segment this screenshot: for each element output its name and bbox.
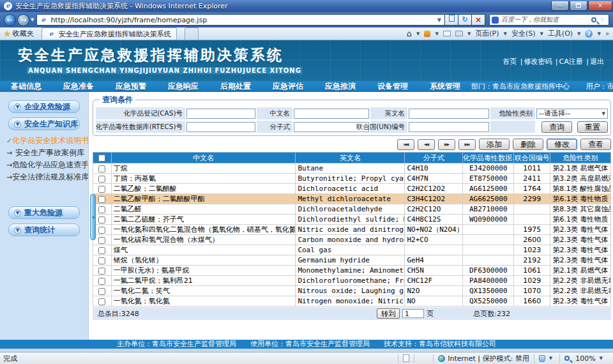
row-checkbox[interactable] (98, 237, 105, 244)
sidebar-item[interactable]: → 危险化学品应急速查手... (6, 159, 88, 171)
rtecs-input[interactable] (186, 122, 255, 132)
zoom-control[interactable]: 100% ▼ (559, 354, 610, 363)
stop-button[interactable]: × (472, 14, 485, 26)
sidebar-group-query-stats[interactable]: ▼ 查询统计 (8, 224, 80, 236)
table-row[interactable]: 丁烷 Butane C4H10 EJ4200000 1011 第2.1类 易燃气… (93, 163, 611, 174)
modify-button[interactable]: 修改 (547, 139, 577, 150)
select-all-checkbox[interactable] (98, 155, 105, 162)
sidebar-item[interactable]: ✓ 化学品安全技术说明书 (6, 135, 88, 147)
nav-item[interactable]: 系统管理 (419, 81, 471, 92)
prev-page-button[interactable]: ◀◀ (418, 139, 435, 150)
home-dropdown-icon[interactable]: ▼ (416, 31, 420, 36)
print-dropdown-icon[interactable]: ▼ (467, 31, 471, 36)
add-button[interactable]: 添加 (479, 139, 510, 150)
delete-button[interactable]: 删除 (513, 139, 543, 150)
top-link[interactable]: 首页 (503, 57, 517, 66)
mail-icon[interactable] (443, 31, 451, 36)
zoom-dropdown-icon[interactable]: ▼ (600, 356, 603, 361)
row-checkbox[interactable] (98, 227, 105, 234)
top-link[interactable]: CA注册 (552, 57, 582, 66)
row-checkbox[interactable] (98, 247, 105, 254)
table-row[interactable]: 二氯乙醛 Dichloroacetaldehyde C2H2C12O AB271… (93, 204, 611, 215)
table-row[interactable]: 一氧化二氮；笑气 Nitrous oxide; Laughing gas N2O… (93, 286, 611, 296)
row-checkbox[interactable] (98, 206, 105, 213)
cas-input[interactable] (186, 109, 255, 119)
table-row[interactable]: 二氯乙酸甲酯；二氯醋酸甲酯 Methyl dichloroacetate C3H… (93, 194, 611, 204)
last-page-button[interactable]: ▶▶| (458, 139, 476, 150)
forward-button[interactable]: → (17, 14, 29, 26)
nav-item[interactable]: 应急预警 (105, 81, 157, 92)
close-button[interactable]: × (588, 1, 612, 11)
search-dropdown-icon[interactable]: ▼ (601, 17, 604, 22)
goto-page-button[interactable]: 转到 (377, 308, 400, 319)
print-icon[interactable] (455, 31, 463, 36)
compatibility-status-icon[interactable] (539, 355, 545, 362)
hazard-class-select[interactable]: --请选择-- ▼ (536, 109, 608, 119)
new-tab-button[interactable] (185, 27, 199, 40)
top-link[interactable]: 修改密码 (517, 57, 552, 66)
sidebar-item[interactable]: → 安全法律法规及标准库 (6, 171, 88, 183)
table-row[interactable]: 丁腈；丙基氰 Butyronitrile; Propyl cyanide C4H… (93, 174, 611, 184)
status-dropdown-icon[interactable]: ▼ (549, 356, 552, 361)
nav-item[interactable]: 应急响应 (157, 81, 209, 92)
row-checkbox[interactable] (98, 288, 105, 295)
tools-menu[interactable]: 工具(O) (548, 29, 573, 38)
safety-menu[interactable]: 安全(S) (511, 29, 536, 38)
back-button[interactable]: ← (4, 14, 16, 26)
un-number-input[interactable] (409, 122, 489, 132)
search-box[interactable]: 百度一下，你就知道 ▼ (489, 14, 609, 26)
favorites-label[interactable]: 收藏夹 (13, 29, 34, 38)
table-row[interactable]: 煤气 Coal gas 1023 第2.3类 毒性气体 (93, 245, 611, 255)
table-row[interactable]: 一甲胺(无水)；氨基甲烷 Monomethylamine; Aminometha… (93, 266, 611, 276)
row-checkbox[interactable] (98, 176, 105, 183)
nav-item[interactable]: 设备管理 (367, 81, 419, 92)
table-row[interactable]: 锗烷（氢化锗） Germanium hydride GeH4 2192 第2.3… (93, 255, 611, 266)
panel-splitter[interactable]: ◂ (88, 92, 89, 340)
row-checkbox[interactable] (98, 216, 105, 224)
nav-item[interactable]: 应急推演 (314, 81, 367, 92)
goto-page-input[interactable] (402, 309, 424, 318)
row-checkbox[interactable] (98, 186, 105, 193)
favorites-star-icon[interactable]: ★ (4, 29, 11, 38)
nav-item[interactable]: 基础信息 (0, 81, 52, 92)
next-page-button[interactable]: ▶▶ (438, 139, 455, 150)
first-page-button[interactable]: |◀◀ (397, 139, 414, 150)
row-checkbox[interactable] (98, 268, 105, 275)
view-button[interactable]: 查看 (580, 139, 611, 150)
sidebar-item[interactable]: → 安全生产事故案例库 (6, 147, 88, 159)
row-checkbox[interactable] (98, 278, 105, 285)
search-icon[interactable] (591, 17, 596, 22)
table-row[interactable]: 二氯二乙硫醚；芥子气 Dichlorodiethyl sulfide; Must… (93, 215, 611, 225)
help-icon[interactable]: ? (585, 30, 593, 38)
sidebar-group-enterprise[interactable]: ▼ 企业及危险源 (8, 100, 80, 113)
address-input[interactable]: e http://localhost:90/yjzh/frame/homepag… (36, 14, 445, 26)
sidebar-group-knowledge[interactable]: ▼ 安全生产知识库 (8, 118, 80, 130)
reset-button[interactable]: 重置 (577, 121, 608, 133)
compatibility-view-button[interactable] (445, 14, 458, 26)
table-row[interactable]: 一氧化碳和氢气混合物（水煤气） Carbon monoxide and hydr… (93, 235, 611, 245)
row-checkbox[interactable] (98, 165, 105, 172)
nav-item[interactable]: 应急准备 (52, 81, 105, 92)
active-tab[interactable]: e 安全生产应急救援指挥辅助决策系统 (42, 27, 177, 40)
rss-dropdown-icon[interactable]: ▼ (435, 31, 438, 36)
row-checkbox[interactable] (98, 257, 105, 264)
collapse-handle[interactable]: ◂ (90, 194, 96, 240)
chinese-name-input[interactable] (294, 109, 369, 119)
home-icon[interactable]: ⌂ (407, 29, 412, 38)
minimize-button[interactable]: — (551, 1, 569, 11)
row-checkbox[interactable] (98, 298, 105, 305)
table-row[interactable]: 一氟二氯甲烷；氟利昂21 Dichlorofluoromethane; Freo… (93, 276, 611, 286)
nav-item[interactable]: 后期处置 (209, 81, 262, 92)
refresh-button[interactable]: ↻ (458, 14, 472, 26)
row-checkbox[interactable] (98, 196, 105, 203)
nav-item[interactable]: 应急评估 (262, 81, 314, 92)
english-name-input[interactable] (409, 109, 489, 119)
history-dropdown-icon[interactable]: ▼ (31, 17, 34, 22)
search-button[interactable]: 查询 (541, 121, 572, 133)
top-link[interactable]: 退出 (583, 57, 604, 66)
rss-icon[interactable] (424, 31, 430, 37)
table-row[interactable]: 二氯乙酸；二氯醋酸 Dichloroacetic acid C2H2C12O2 … (93, 184, 611, 194)
more-icon[interactable]: » (605, 30, 609, 37)
table-row[interactable]: 一氧化氮；氧化氮 Nitrogen monoxide; Nitric oxide… (93, 296, 611, 307)
sidebar-group-major-hazard[interactable]: ▼ 重大危险源 (8, 206, 80, 219)
